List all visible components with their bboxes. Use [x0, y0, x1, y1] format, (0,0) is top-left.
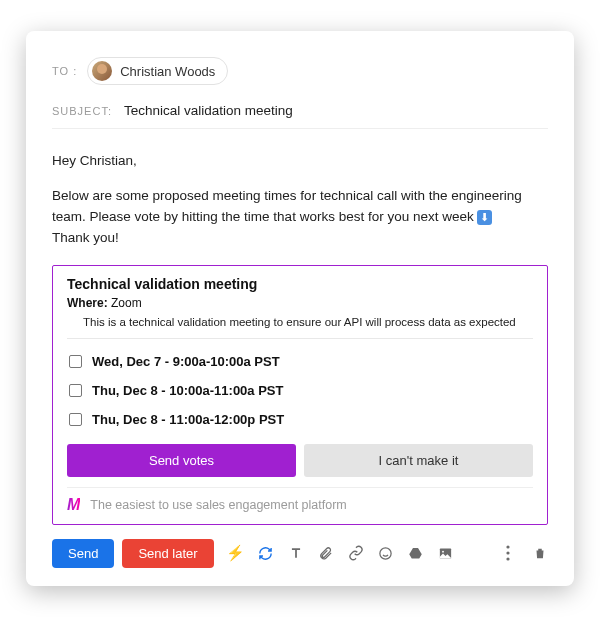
send-later-button[interactable]: Send later [122, 539, 213, 568]
trash-icon[interactable] [532, 545, 548, 561]
greeting: Hey Christian, [52, 151, 548, 172]
image-icon[interactable] [438, 545, 454, 561]
toolbar-right [500, 545, 548, 561]
down-arrow-icon: ⬇ [477, 210, 492, 225]
poll-option-label: Thu, Dec 8 - 11:00a-12:00p PST [92, 412, 284, 427]
poll-description: This is a technical validation meeting t… [67, 312, 533, 339]
svg-point-5 [506, 558, 509, 561]
checkbox-icon[interactable] [69, 355, 82, 368]
poll-where: Where: Zoom [67, 296, 533, 310]
svg-point-0 [380, 548, 391, 559]
body-paragraph: Below are some proposed meeting times fo… [52, 186, 548, 249]
more-icon[interactable] [500, 545, 516, 561]
checkbox-icon[interactable] [69, 384, 82, 397]
attachment-icon[interactable] [318, 545, 334, 561]
link-icon[interactable] [348, 545, 364, 561]
meeting-poll: Technical validation meeting Where: Zoom… [52, 265, 548, 525]
email-body[interactable]: Hey Christian, Below are some proposed m… [52, 151, 548, 249]
svg-point-2 [442, 551, 444, 553]
avatar [92, 61, 112, 81]
brand-logo-icon: M [67, 496, 80, 514]
send-votes-button[interactable]: Send votes [67, 444, 296, 477]
bolt-icon[interactable]: ⚡ [228, 545, 244, 561]
to-label: TO : [52, 65, 77, 77]
recipient-chip[interactable]: Christian Woods [87, 57, 228, 85]
svg-point-3 [506, 546, 509, 549]
poll-button-row: Send votes I can't make it [67, 444, 533, 477]
subject-label: SUBJECT: [52, 105, 112, 117]
refresh-icon[interactable] [258, 545, 274, 561]
poll-footer-tagline: The easiest to use sales engagement plat… [90, 498, 346, 512]
poll-option[interactable]: Wed, Dec 7 - 9:00a-10:00a PST [67, 347, 533, 376]
to-row: TO : Christian Woods [52, 57, 548, 85]
poll-option[interactable]: Thu, Dec 8 - 10:00a-11:00a PST [67, 376, 533, 405]
drive-icon[interactable] [408, 545, 424, 561]
svg-point-4 [506, 552, 509, 555]
subject-text[interactable]: Technical validation meeting [124, 103, 293, 118]
text-format-icon[interactable] [288, 545, 304, 561]
recipient-name: Christian Woods [120, 64, 215, 79]
toolbar-icons: ⚡ [228, 545, 492, 561]
poll-title: Technical validation meeting [67, 276, 533, 292]
poll-footer: M The easiest to use sales engagement pl… [67, 487, 533, 514]
cant-make-it-button[interactable]: I can't make it [304, 444, 533, 477]
poll-option-label: Thu, Dec 8 - 10:00a-11:00a PST [92, 383, 283, 398]
checkbox-icon[interactable] [69, 413, 82, 426]
poll-option[interactable]: Thu, Dec 8 - 11:00a-12:00p PST [67, 405, 533, 434]
poll-option-label: Wed, Dec 7 - 9:00a-10:00a PST [92, 354, 280, 369]
subject-row: SUBJECT: Technical validation meeting [52, 103, 548, 129]
send-button[interactable]: Send [52, 539, 114, 568]
editor-toolbar: Send Send later ⚡ [52, 539, 548, 568]
compose-email-card: TO : Christian Woods SUBJECT: Technical … [26, 31, 574, 586]
emoji-icon[interactable] [378, 545, 394, 561]
